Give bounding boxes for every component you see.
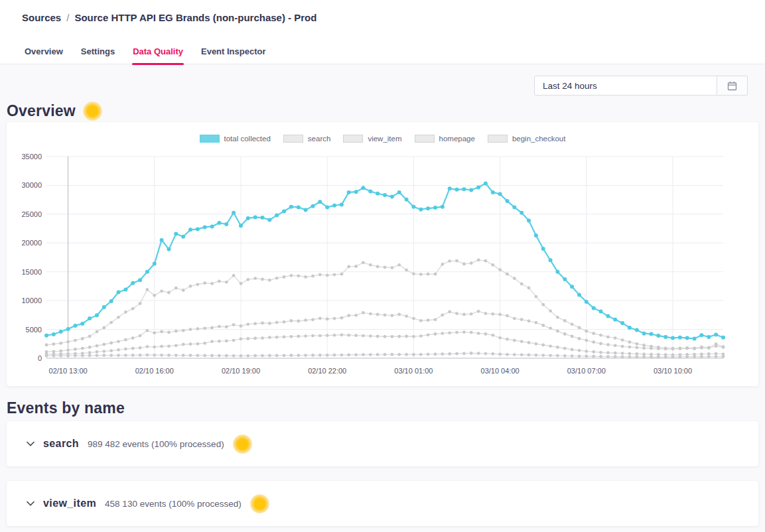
- event-status-yellow-icon: [233, 434, 252, 454]
- chart-legend: total collected search view_item homepag…: [7, 133, 758, 145]
- event-row-view-item[interactable]: view_item 458 130 events (100% processed…: [27, 494, 758, 513]
- breadcrumb-current-source: Source HTTP API EG Brands (non-purchase)…: [74, 12, 316, 23]
- date-range-input[interactable]: [534, 76, 717, 96]
- legend-swatch-homepage: [415, 135, 435, 143]
- overview-status-yellow-icon: [83, 101, 102, 121]
- legend-item-homepage[interactable]: homepage: [415, 135, 475, 143]
- legend-swatch-search: [283, 135, 303, 143]
- chevron-down-icon[interactable]: [27, 441, 35, 446]
- event-card-search: search 989 482 events (100% processed): [7, 421, 758, 466]
- legend-item-begin-checkout[interactable]: begin_checkout: [488, 135, 566, 143]
- svg-text:20000: 20000: [21, 239, 42, 247]
- event-status-yellow-icon: [250, 494, 269, 513]
- svg-text:03/10 04:00: 03/10 04:00: [481, 367, 520, 375]
- chevron-down-icon[interactable]: [27, 501, 35, 506]
- svg-text:10000: 10000: [21, 297, 42, 304]
- svg-text:35000: 35000: [21, 153, 42, 161]
- svg-text:02/10 13:00: 02/10 13:00: [49, 367, 88, 375]
- legend-swatch-begin-checkout: [488, 135, 508, 143]
- legend-swatch-view-item: [343, 135, 363, 143]
- calendar-button[interactable]: [717, 76, 748, 96]
- svg-text:02/10 22:00: 02/10 22:00: [308, 367, 346, 375]
- svg-text:03/10 07:00: 03/10 07:00: [567, 367, 606, 375]
- breadcrumb-separator: /: [66, 12, 69, 23]
- events-by-name-heading: Events by name: [7, 399, 125, 417]
- event-row-search[interactable]: search 989 482 events (100% processed): [27, 434, 758, 454]
- tab-bar: Overview Settings Data Quality Event Ins…: [0, 41, 765, 64]
- event-summary: 458 130 events (100% processed): [105, 499, 242, 509]
- legend-label-view-item: view_item: [368, 135, 401, 143]
- svg-text:30000: 30000: [21, 181, 42, 189]
- legend-label-total-collected: total collected: [224, 135, 271, 143]
- app-header: Sources / Source HTTP API EG Brands (non…: [0, 0, 765, 64]
- main-content: Overview total collected search view_ite…: [0, 76, 765, 532]
- date-range-picker: [534, 76, 748, 96]
- legend-item-search[interactable]: search: [283, 135, 331, 143]
- svg-text:5000: 5000: [26, 326, 42, 334]
- overview-heading: Overview: [7, 102, 76, 120]
- breadcrumb-sources-link[interactable]: Sources: [22, 12, 61, 23]
- tab-data-quality[interactable]: Data Quality: [132, 41, 184, 64]
- events-heading-row: Events by name: [7, 398, 758, 418]
- legend-label-begin-checkout: begin_checkout: [512, 135, 566, 143]
- breadcrumb: Sources / Source HTTP API EG Brands (non…: [0, 9, 765, 25]
- event-card-view-item: view_item 458 130 events (100% processed…: [7, 481, 758, 526]
- filter-row: [7, 76, 758, 96]
- svg-text:02/10 16:00: 02/10 16:00: [135, 367, 174, 375]
- legend-item-total-collected[interactable]: total collected: [200, 135, 271, 143]
- calendar-icon: [727, 80, 738, 92]
- page-root: { "breadcrumb": { "root": "Sources", "se…: [0, 0, 765, 532]
- tab-overview[interactable]: Overview: [24, 41, 64, 64]
- legend-label-search: search: [308, 135, 331, 143]
- event-summary: 989 482 events (100% processed): [88, 439, 224, 449]
- svg-text:03/10 01:00: 03/10 01:00: [394, 367, 433, 375]
- legend-swatch-total-collected: [200, 135, 220, 143]
- tab-settings[interactable]: Settings: [80, 41, 115, 64]
- svg-text:15000: 15000: [21, 268, 42, 276]
- svg-text:03/10 10:00: 03/10 10:00: [654, 367, 692, 375]
- svg-text:25000: 25000: [21, 210, 42, 218]
- svg-text:02/10 19:00: 02/10 19:00: [222, 367, 260, 375]
- svg-text:0: 0: [38, 354, 42, 362]
- events-timeseries-chart: 0500010000150002000025000300003500002/10…: [7, 147, 752, 381]
- overview-chart-card: total collected search view_item homepag…: [7, 122, 758, 386]
- legend-item-view-item[interactable]: view_item: [343, 135, 401, 143]
- event-name: search: [43, 438, 79, 450]
- event-name: view_item: [43, 498, 96, 509]
- overview-heading-row: Overview: [7, 101, 758, 121]
- tab-event-inspector[interactable]: Event Inspector: [200, 41, 267, 64]
- legend-label-homepage: homepage: [439, 135, 475, 143]
